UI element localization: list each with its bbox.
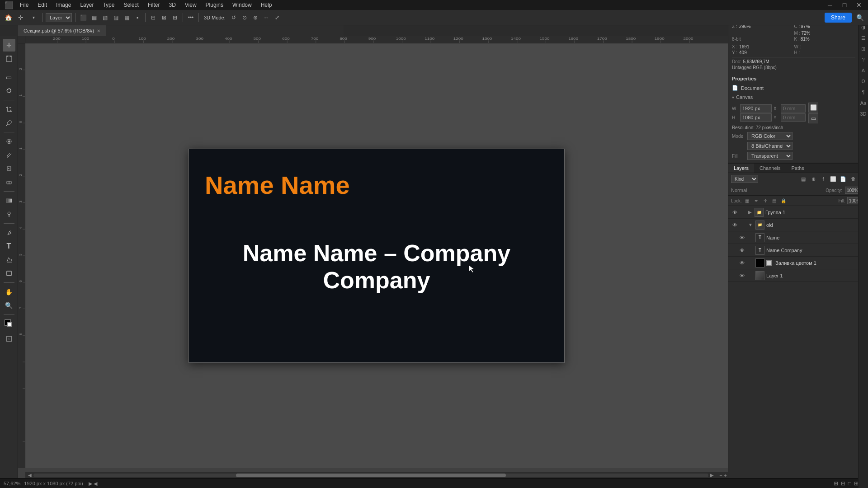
distribute-center-btn[interactable]: ⊠ [160,13,169,22]
menu-3d[interactable]: 3D [165,1,179,9]
align-left-btn[interactable]: ⬛ [79,13,88,22]
menu-edit[interactable]: Edit [34,1,51,9]
3d-rotate-btn[interactable]: ↺ [229,13,238,22]
layer-item-layer1[interactable]: 👁 Layer 1 [728,269,868,282]
layer-vis-fill[interactable]: 👁 [738,259,745,267]
close-btn[interactable]: ✕ [854,0,864,10]
layer-select[interactable]: Layer [46,13,72,22]
align-bottom-btn[interactable]: ▪ [133,13,142,22]
menu-plugins[interactable]: Plugins [202,1,227,9]
tool-option-arrow[interactable]: ▾ [28,12,39,23]
hscroll-track[interactable] [33,474,708,477]
layer-item-fill[interactable]: 👁 Заливка цветом 1 [728,257,868,269]
hand-tool[interactable]: ✋ [3,286,15,298]
type-tool[interactable]: T [3,240,15,253]
libraries-icon[interactable]: ☰ [860,34,867,42]
hscroll-thumb[interactable] [236,474,506,477]
3d-scale-btn[interactable]: ⤢ [273,13,282,22]
pen-tool[interactable] [3,226,15,239]
menu-image[interactable]: Image [52,1,75,9]
path-selection-tool[interactable] [3,253,15,266]
lock-position-btn[interactable]: ✛ [762,197,769,204]
hscroll-left-btn[interactable]: ◀ [26,473,33,478]
arrange-btn[interactable]: ⊞ [834,480,838,487]
clone-stamp-tool[interactable] [3,162,15,175]
layer-item-name[interactable]: 👁 T Name [728,231,868,244]
quick-mask-btn[interactable]: ○ [6,336,12,342]
canvas-section-header[interactable]: ▾ Canvas [732,94,855,100]
layer-kind-select[interactable]: Kind [731,175,758,183]
spot-healing-tool[interactable] [3,135,15,148]
layer-item-namecompany[interactable]: 👁 T Name Company [728,244,868,257]
mask-btn[interactable]: ⬜ [829,175,837,183]
artboard-tool[interactable] [3,52,15,65]
layer-vis-name[interactable]: 👁 [738,234,745,241]
zoom-levels-btn[interactable]: ⊟ [841,480,845,487]
more-options-btn[interactable]: ••• [186,13,195,22]
menu-window[interactable]: Window [229,1,255,9]
crop-tool[interactable] [3,103,15,116]
zoom-in-btn[interactable]: + [724,473,727,478]
menu-select[interactable]: Select [120,1,142,9]
align-middle-btn[interactable]: ▩ [122,13,131,22]
layer-arrow-gruppe1[interactable]: ▶ [748,210,752,215]
portrait-btn[interactable]: ⬜ [808,103,818,113]
shape-tool[interactable] [3,267,15,280]
canvas-width-input[interactable] [740,104,772,113]
gradient-tool[interactable] [3,194,15,207]
paragraph-icon[interactable]: ¶ [860,89,867,96]
share-btn[interactable]: Share [825,13,852,23]
3d-pan-btn[interactable]: ⊕ [251,13,260,22]
maximize-btn[interactable]: □ [839,0,850,10]
eyedropper-tool[interactable] [3,117,15,129]
menu-view[interactable]: View [181,1,200,9]
canvas-height-input[interactable] [740,113,772,122]
align-top-btn[interactable]: ▨ [111,13,120,22]
bits-select[interactable]: 8 Bits/Channel [747,142,793,150]
zoom-tool[interactable]: 🔍 [3,299,15,312]
layer-item-gruppe1[interactable]: 👁 ▶ 📁 Группа 1 [728,206,868,219]
new-adjustment-btn[interactable]: ⊕ [809,175,817,183]
lock-image-btn[interactable]: ✒ [753,197,760,204]
new-layer-btn[interactable]: 📄 [839,175,847,183]
canvas-x-input[interactable] [781,104,806,113]
menu-file[interactable]: File [16,1,32,9]
channels-tab[interactable]: Channels [754,164,786,173]
align-right-btn[interactable]: ▧ [100,13,109,22]
layer-vis-gruppe1[interactable]: 👁 [731,209,738,216]
hscroll-right-btn[interactable]: ▶ [708,473,716,478]
distribute-right-btn[interactable]: ⊞ [170,13,179,22]
doc-tab-close-btn[interactable]: ✕ [97,28,100,33]
rulers-btn[interactable]: □ [848,480,851,487]
layer-item-old[interactable]: 👁 ▼ 📁 old [728,219,868,231]
doc-tab-active[interactable]: Секции.psb @ 57,6% (RGB/8#) ✕ [18,25,106,36]
layer-vis-old[interactable]: 👁 [731,221,738,229]
learn-icon[interactable]: ? [860,56,867,63]
lock-all-btn[interactable]: 🔒 [780,197,787,204]
delete-layer-btn[interactable]: 🗑 [849,175,857,183]
move-tool-option[interactable]: ✛ [15,12,26,23]
3d-roll-btn[interactable]: ⊙ [240,13,249,22]
align-center-btn[interactable]: ▦ [90,13,99,22]
move-tool[interactable]: ✛ [3,39,15,52]
menu-type[interactable]: Type [99,1,118,9]
menu-layer[interactable]: Layer [76,1,97,9]
3d-slide-btn[interactable]: ↔ [262,13,271,22]
expand-btn[interactable]: ▶ ◀ [89,480,97,487]
minimize-btn[interactable]: ─ [825,0,835,10]
rectangular-marquee-tool[interactable]: ▭ [3,71,15,84]
zoom-out-btn[interactable]: − [719,473,722,478]
landscape-btn[interactable]: ▭ [808,113,818,123]
foreground-color[interactable] [3,318,15,330]
menu-help[interactable]: Help [257,1,276,9]
canvas-y-input[interactable] [781,113,806,122]
layer-arrow-old[interactable]: ▼ [748,222,753,227]
eraser-tool[interactable] [3,176,15,188]
dodge-tool[interactable] [3,208,15,221]
glyphs-icon[interactable]: Ω [860,78,867,85]
lock-transparent-btn[interactable]: ▦ [744,197,751,204]
character-icon[interactable]: Aa [860,99,867,107]
plugins-icon[interactable]: ⊞ [860,45,867,52]
ps-logo[interactable]: ⬛ [4,0,14,10]
search-btn[interactable]: 🔍 [854,12,865,23]
